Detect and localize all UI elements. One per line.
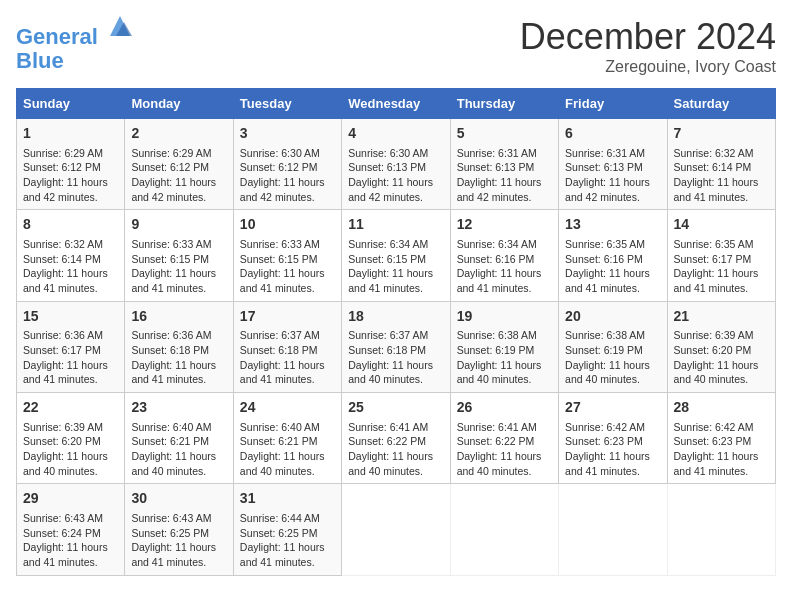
cell-info: and 41 minutes. — [240, 372, 335, 387]
day-number: 5 — [457, 124, 552, 144]
weekday-header-cell: Thursday — [450, 89, 558, 119]
day-number: 17 — [240, 307, 335, 327]
cell-info: Daylight: 11 hours — [348, 266, 443, 281]
cell-info: and 41 minutes. — [240, 281, 335, 296]
cell-info: Daylight: 11 hours — [131, 266, 226, 281]
title-area: December 2024 Zeregouine, Ivory Coast — [520, 16, 776, 76]
cell-info: Sunrise: 6:33 AM — [131, 237, 226, 252]
cell-info: Daylight: 11 hours — [240, 358, 335, 373]
cell-info: and 42 minutes. — [240, 190, 335, 205]
cell-info: Sunrise: 6:35 AM — [565, 237, 660, 252]
weekday-header-cell: Wednesday — [342, 89, 450, 119]
header: General Blue December 2024 Zeregouine, I… — [16, 16, 776, 76]
cell-info: Sunrise: 6:39 AM — [674, 328, 769, 343]
calendar-cell: 30Sunrise: 6:43 AMSunset: 6:25 PMDayligh… — [125, 484, 233, 575]
cell-info: and 42 minutes. — [23, 190, 118, 205]
cell-info: Daylight: 11 hours — [348, 449, 443, 464]
cell-info: Daylight: 11 hours — [23, 266, 118, 281]
cell-info: and 40 minutes. — [674, 372, 769, 387]
cell-info: Sunrise: 6:32 AM — [674, 146, 769, 161]
day-number: 16 — [131, 307, 226, 327]
cell-info: Daylight: 11 hours — [240, 266, 335, 281]
cell-info: and 41 minutes. — [240, 555, 335, 570]
day-number: 29 — [23, 489, 118, 509]
cell-info: and 42 minutes. — [348, 190, 443, 205]
cell-info: Daylight: 11 hours — [23, 175, 118, 190]
calendar-cell: 18Sunrise: 6:37 AMSunset: 6:18 PMDayligh… — [342, 301, 450, 392]
cell-info: Daylight: 11 hours — [457, 449, 552, 464]
cell-info: Daylight: 11 hours — [240, 175, 335, 190]
calendar-cell: 24Sunrise: 6:40 AMSunset: 6:21 PMDayligh… — [233, 393, 341, 484]
cell-info: Sunrise: 6:37 AM — [348, 328, 443, 343]
cell-info: Daylight: 11 hours — [23, 540, 118, 555]
cell-info: Daylight: 11 hours — [674, 175, 769, 190]
cell-info: Sunrise: 6:39 AM — [23, 420, 118, 435]
cell-info: and 40 minutes. — [348, 464, 443, 479]
cell-info: and 41 minutes. — [131, 555, 226, 570]
cell-info: Daylight: 11 hours — [240, 540, 335, 555]
day-number: 31 — [240, 489, 335, 509]
cell-info: Sunset: 6:23 PM — [565, 434, 660, 449]
cell-info: Daylight: 11 hours — [131, 540, 226, 555]
calendar-cell: 15Sunrise: 6:36 AMSunset: 6:17 PMDayligh… — [17, 301, 125, 392]
calendar-cell: 29Sunrise: 6:43 AMSunset: 6:24 PMDayligh… — [17, 484, 125, 575]
cell-info: Sunset: 6:14 PM — [674, 160, 769, 175]
calendar-cell: 4Sunrise: 6:30 AMSunset: 6:13 PMDaylight… — [342, 119, 450, 210]
calendar-cell: 9Sunrise: 6:33 AMSunset: 6:15 PMDaylight… — [125, 210, 233, 301]
day-number: 24 — [240, 398, 335, 418]
calendar-cell: 13Sunrise: 6:35 AMSunset: 6:16 PMDayligh… — [559, 210, 667, 301]
cell-info: and 40 minutes. — [240, 464, 335, 479]
cell-info: Sunset: 6:12 PM — [240, 160, 335, 175]
cell-info: Daylight: 11 hours — [131, 449, 226, 464]
cell-info: Sunset: 6:22 PM — [457, 434, 552, 449]
cell-info: Daylight: 11 hours — [674, 449, 769, 464]
calendar-cell: 20Sunrise: 6:38 AMSunset: 6:19 PMDayligh… — [559, 301, 667, 392]
cell-info: Sunset: 6:13 PM — [565, 160, 660, 175]
cell-info: Sunrise: 6:41 AM — [348, 420, 443, 435]
calendar-cell: 17Sunrise: 6:37 AMSunset: 6:18 PMDayligh… — [233, 301, 341, 392]
cell-info: Sunset: 6:13 PM — [457, 160, 552, 175]
day-number: 23 — [131, 398, 226, 418]
day-number: 15 — [23, 307, 118, 327]
calendar-table: SundayMondayTuesdayWednesdayThursdayFrid… — [16, 88, 776, 576]
weekday-header-row: SundayMondayTuesdayWednesdayThursdayFrid… — [17, 89, 776, 119]
cell-info: and 40 minutes. — [131, 464, 226, 479]
calendar-cell — [559, 484, 667, 575]
logo-icon — [106, 12, 134, 40]
cell-info: Sunset: 6:18 PM — [131, 343, 226, 358]
cell-info: Sunset: 6:19 PM — [565, 343, 660, 358]
cell-info: Sunset: 6:18 PM — [348, 343, 443, 358]
calendar-week-row: 29Sunrise: 6:43 AMSunset: 6:24 PMDayligh… — [17, 484, 776, 575]
cell-info: and 42 minutes. — [131, 190, 226, 205]
calendar-cell: 7Sunrise: 6:32 AMSunset: 6:14 PMDaylight… — [667, 119, 775, 210]
cell-info: Daylight: 11 hours — [457, 175, 552, 190]
logo-blue: Blue — [16, 48, 64, 73]
cell-info: Sunrise: 6:44 AM — [240, 511, 335, 526]
cell-info: Daylight: 11 hours — [348, 358, 443, 373]
day-number: 6 — [565, 124, 660, 144]
cell-info: Sunrise: 6:31 AM — [565, 146, 660, 161]
cell-info: Sunrise: 6:42 AM — [674, 420, 769, 435]
cell-info: Sunset: 6:23 PM — [674, 434, 769, 449]
day-number: 9 — [131, 215, 226, 235]
cell-info: Sunrise: 6:38 AM — [565, 328, 660, 343]
cell-info: Sunset: 6:25 PM — [131, 526, 226, 541]
cell-info: Daylight: 11 hours — [565, 175, 660, 190]
cell-info: Sunrise: 6:40 AM — [240, 420, 335, 435]
cell-info: and 41 minutes. — [674, 281, 769, 296]
day-number: 2 — [131, 124, 226, 144]
cell-info: and 40 minutes. — [348, 372, 443, 387]
day-number: 14 — [674, 215, 769, 235]
calendar-body: 1Sunrise: 6:29 AMSunset: 6:12 PMDaylight… — [17, 119, 776, 576]
cell-info: Sunrise: 6:42 AM — [565, 420, 660, 435]
cell-info: Sunrise: 6:29 AM — [23, 146, 118, 161]
calendar-cell: 11Sunrise: 6:34 AMSunset: 6:15 PMDayligh… — [342, 210, 450, 301]
cell-info: Daylight: 11 hours — [131, 175, 226, 190]
cell-info: and 41 minutes. — [348, 281, 443, 296]
calendar-cell: 31Sunrise: 6:44 AMSunset: 6:25 PMDayligh… — [233, 484, 341, 575]
calendar-cell: 1Sunrise: 6:29 AMSunset: 6:12 PMDaylight… — [17, 119, 125, 210]
cell-info: and 41 minutes. — [23, 555, 118, 570]
day-number: 8 — [23, 215, 118, 235]
calendar-cell — [450, 484, 558, 575]
cell-info: Sunset: 6:16 PM — [457, 252, 552, 267]
